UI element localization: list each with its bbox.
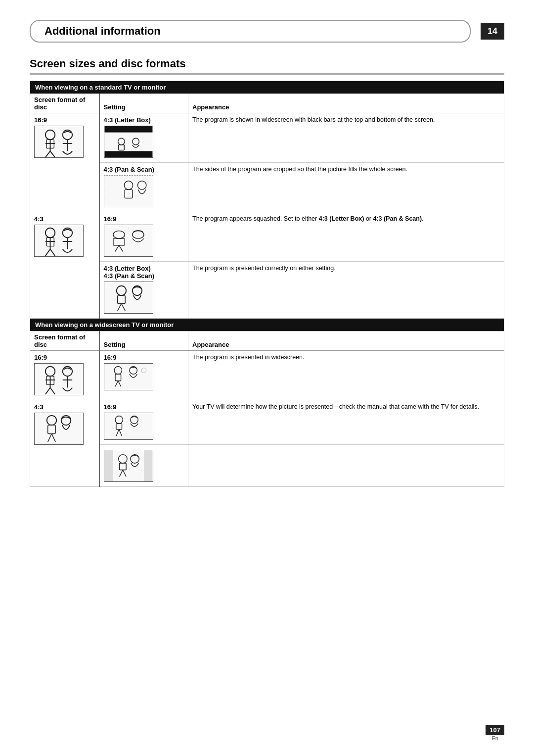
- svg-line-58: [116, 429, 119, 436]
- svg-line-4: [50, 151, 55, 157]
- svg-rect-52: [48, 425, 56, 433]
- standard-tv-header: When viewing on a standard TV or monitor: [30, 81, 504, 94]
- setting-label: 16:9: [104, 215, 184, 223]
- appearance-cell: The program is presented in widescreen.: [188, 351, 504, 400]
- svg-rect-27: [113, 238, 124, 245]
- svg-line-40: [50, 387, 55, 394]
- setting-image-correct: [104, 282, 153, 314]
- widescreen-tv-header: When viewing on a widescreen TV or monit…: [30, 319, 504, 331]
- svg-rect-64: [119, 463, 126, 470]
- svg-rect-46: [115, 374, 121, 380]
- svg-line-47: [115, 381, 118, 387]
- footer-language: En: [486, 735, 504, 741]
- svg-point-0: [45, 130, 55, 140]
- footer-page-number: 107: [486, 725, 504, 735]
- svg-line-29: [119, 245, 123, 252]
- page-footer: 107 En: [486, 725, 504, 741]
- setting-label: 4:3 (Pan & Scan): [104, 166, 184, 173]
- setting-cell: 4:3 (Pan & Scan): [99, 163, 188, 212]
- appearance-text: The program is shown in widescreen with …: [192, 116, 435, 123]
- svg-line-33: [117, 304, 121, 311]
- svg-line-59: [119, 429, 122, 436]
- svg-point-13: [132, 138, 139, 145]
- setting-image-letterbox: [104, 126, 153, 158]
- col-appearance-label: Appearance: [188, 94, 504, 113]
- svg-line-53: [48, 434, 52, 442]
- disc-format-label: 16:9: [34, 116, 95, 124]
- disc-image-4-3: [34, 225, 84, 257]
- disc-format-label: 4:3: [34, 215, 95, 223]
- col-setting-label: Setting: [99, 94, 188, 113]
- col-header-row-2: Screen format of disc Setting Appearance: [30, 331, 504, 351]
- svg-rect-12: [118, 145, 124, 150]
- table-row: 4:3 16:9: [30, 400, 504, 445]
- disc-format-cell: 4:3: [30, 400, 99, 487]
- setting-label: 16:9: [104, 403, 184, 411]
- setting-label: 4:3 (Letter Box)4:3 (Pan & Scan): [104, 265, 184, 280]
- appearance-text: The sides of the program are cropped so …: [192, 166, 407, 173]
- setting-image-panscan: [104, 175, 153, 207]
- table-row: 4:3: [30, 212, 504, 262]
- svg-line-21: [50, 249, 55, 256]
- setting-cell: 16:9: [99, 400, 188, 445]
- disc-image-wide-4-3: [34, 413, 84, 445]
- svg-point-14: [124, 181, 133, 189]
- svg-rect-9: [104, 126, 152, 133]
- svg-point-45: [114, 367, 122, 374]
- widescreen-tv-header-row: When viewing on a widescreen TV or monit…: [30, 319, 504, 331]
- svg-line-3: [45, 151, 50, 157]
- setting-label: 16:9: [104, 354, 184, 361]
- svg-line-28: [115, 245, 119, 252]
- page-header: Additional information 14: [30, 20, 504, 43]
- table-row: 4:3 (Letter Box)4:3 (Pan & Scan) The pro…: [30, 262, 504, 319]
- svg-line-39: [45, 387, 50, 394]
- svg-rect-15: [125, 189, 133, 198]
- disc-format-label: 4:3: [34, 403, 95, 411]
- setting-cell: 4:3 (Letter Box): [99, 113, 188, 163]
- svg-point-63: [118, 455, 127, 463]
- disc-format-label: 16:9: [34, 354, 95, 361]
- disc-format-cell: 16:9: [30, 351, 99, 400]
- col-disc-label-2: Screen format of disc: [30, 331, 99, 351]
- setting-image-squashed: [104, 225, 153, 257]
- svg-rect-57: [116, 424, 122, 429]
- svg-point-17: [45, 228, 55, 237]
- svg-point-50: [141, 368, 146, 373]
- disc-format-cell: 16:9: [30, 113, 99, 212]
- page-title: Additional information: [30, 20, 471, 43]
- table-row: [30, 445, 504, 487]
- svg-rect-61: [104, 450, 113, 481]
- disc-image-wide-16-9: [34, 363, 84, 395]
- svg-rect-62: [144, 450, 152, 481]
- section-title: Screen sizes and disc formats: [30, 57, 504, 75]
- svg-point-31: [116, 286, 126, 295]
- svg-line-48: [118, 381, 121, 387]
- setting-image-widescreen: [104, 363, 153, 390]
- setting-cell: 16:9: [99, 212, 188, 262]
- svg-rect-32: [117, 295, 125, 303]
- setting-cell: [99, 445, 188, 487]
- svg-line-34: [121, 304, 125, 311]
- svg-point-51: [47, 416, 56, 425]
- table-row: 16:9: [30, 113, 504, 163]
- appearance-cell: The program appears squashed. Set to eit…: [188, 212, 504, 262]
- svg-line-54: [51, 434, 55, 442]
- appearance-cell: The program is shown in widescreen with …: [188, 113, 504, 163]
- appearance-cell: Your TV will determine how the picture i…: [188, 400, 504, 445]
- svg-point-56: [115, 416, 123, 424]
- setting-cell: 4:3 (Letter Box)4:3 (Pan & Scan): [99, 262, 188, 319]
- setting-label: 4:3 (Letter Box): [104, 116, 184, 124]
- svg-line-65: [119, 470, 123, 477]
- disc-format-cell: 4:3: [30, 212, 99, 319]
- svg-point-36: [45, 367, 55, 376]
- chapter-number: 14: [481, 23, 504, 40]
- table-row: 4:3 (Pan & Scan) The sides of the progra…: [30, 163, 504, 212]
- svg-point-26: [113, 231, 124, 239]
- svg-point-30: [132, 231, 143, 239]
- setting-image-small2: [104, 450, 153, 482]
- svg-point-16: [137, 181, 146, 189]
- svg-rect-10: [104, 151, 152, 157]
- col-disc-label: Screen format of disc: [30, 94, 99, 113]
- col-header-row: Screen format of disc Setting Appearance: [30, 94, 504, 113]
- appearance-cell: [188, 445, 504, 487]
